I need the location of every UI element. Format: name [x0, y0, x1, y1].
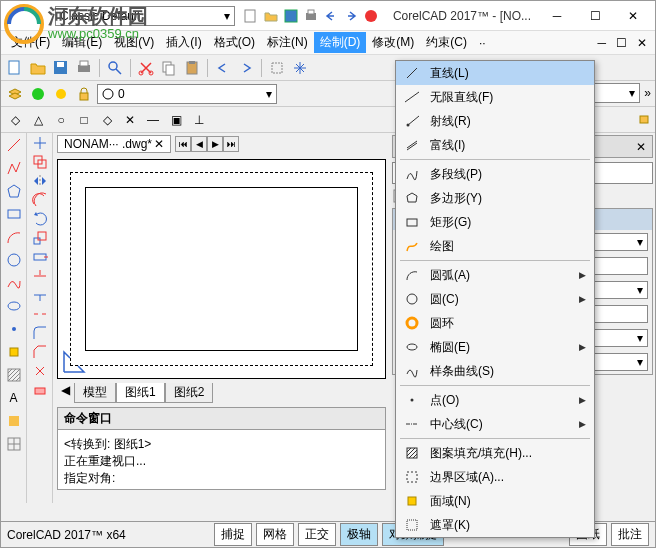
- tool-table-icon[interactable]: [4, 434, 24, 454]
- menu-draw[interactable]: 绘制(D): [314, 32, 367, 53]
- save-icon[interactable]: [283, 8, 299, 24]
- document-tab[interactable]: NONAM··· .dwg* ✕: [57, 135, 171, 153]
- tool-scale-icon[interactable]: [32, 230, 48, 246]
- undo-tb-icon[interactable]: [213, 58, 233, 78]
- select-icon[interactable]: [267, 58, 287, 78]
- command-body[interactable]: <转换到: 图纸1> 正在重建视口... 指定对角:: [57, 430, 386, 490]
- tab-first-icon[interactable]: ⏮: [175, 136, 191, 152]
- menu-item-mask[interactable]: 遮罩(K): [396, 513, 594, 537]
- snap-ins-icon[interactable]: ▣: [166, 110, 186, 130]
- menu-item-arc[interactable]: 圆弧(A)▶: [396, 263, 594, 287]
- tab-sheet1[interactable]: 图纸1: [116, 383, 165, 403]
- tool-rect-icon[interactable]: [4, 204, 24, 224]
- menu-item-rich[interactable]: 富线(I): [396, 133, 594, 157]
- layer-color-icon[interactable]: [28, 84, 48, 104]
- tool-erase-icon[interactable]: [32, 382, 48, 398]
- menu-item-hatch[interactable]: 图案填充/填充(H)...: [396, 441, 594, 465]
- tab-sheet2[interactable]: 图纸2: [165, 383, 214, 403]
- redo-tb-icon[interactable]: [236, 58, 256, 78]
- tool-text-icon[interactable]: A: [4, 388, 24, 408]
- tool-move-icon[interactable]: [32, 135, 48, 151]
- tool-copy-icon[interactable]: [32, 154, 48, 170]
- status-anno-btn[interactable]: 批注: [611, 523, 649, 546]
- menu-edit[interactable]: 编辑(E): [56, 32, 108, 53]
- maximize-button[interactable]: ☐: [577, 4, 613, 28]
- tool-rotate-icon[interactable]: [32, 211, 48, 227]
- linestyle-btn-icon[interactable]: »: [644, 86, 651, 100]
- tool-region-icon[interactable]: [4, 411, 24, 431]
- snap-center-icon[interactable]: ○: [51, 110, 71, 130]
- mdi-max-icon[interactable]: ☐: [612, 36, 631, 50]
- minimize-button[interactable]: ─: [539, 4, 575, 28]
- drawing-canvas[interactable]: [57, 159, 386, 379]
- menu-dimension[interactable]: 标注(N): [261, 32, 314, 53]
- layer-selector[interactable]: 0 ▾: [97, 84, 277, 104]
- menu-item-circle[interactable]: 圆(C)▶: [396, 287, 594, 311]
- status-snap[interactable]: 捕捉: [214, 523, 252, 546]
- tool-line-icon[interactable]: [4, 135, 24, 155]
- mdi-min-icon[interactable]: ─: [593, 36, 610, 50]
- layer-manager-icon[interactable]: [5, 84, 25, 104]
- menu-item-donut[interactable]: 圆环: [396, 311, 594, 335]
- menu-item-pline[interactable]: 多段线(P): [396, 162, 594, 186]
- menu-file[interactable]: 文件(F): [5, 32, 56, 53]
- tab-last-icon[interactable]: ⏭: [223, 136, 239, 152]
- status-polar[interactable]: 极轴: [340, 523, 378, 546]
- tool-break-icon[interactable]: [32, 306, 48, 322]
- tool-offset-icon[interactable]: [32, 192, 48, 208]
- tool-fillet-icon[interactable]: [32, 325, 48, 341]
- menu-item-line[interactable]: 直线(L): [396, 61, 594, 85]
- status-grid[interactable]: 网格: [256, 523, 294, 546]
- menu-item-xline[interactable]: 无限直线(F): [396, 85, 594, 109]
- preview-icon[interactable]: [105, 58, 125, 78]
- tool-polygon-icon[interactable]: [4, 181, 24, 201]
- tool-ellipse-icon[interactable]: [4, 296, 24, 316]
- tool-point-icon[interactable]: [4, 319, 24, 339]
- menu-item-sketch[interactable]: 绘图: [396, 234, 594, 258]
- menu-item-cline[interactable]: 中心线(C)▶: [396, 412, 594, 436]
- layer-lock-icon[interactable]: [74, 84, 94, 104]
- menu-item-spline[interactable]: 样条曲线(S): [396, 359, 594, 383]
- snap-mid-icon[interactable]: △: [28, 110, 48, 130]
- menu-item-point[interactable]: 点(O)▶: [396, 388, 594, 412]
- print-doc-icon[interactable]: [74, 58, 94, 78]
- layer-freeze-icon[interactable]: [51, 84, 71, 104]
- panel-close-icon[interactable]: ✕: [636, 140, 646, 154]
- tab-prev-icon[interactable]: ◀: [191, 136, 207, 152]
- menu-item-region[interactable]: 面域(N): [396, 489, 594, 513]
- menu-more[interactable]: ··: [473, 34, 492, 52]
- print-icon[interactable]: [303, 8, 319, 24]
- tool-arc-icon[interactable]: [4, 227, 24, 247]
- snap-perp-icon[interactable]: ⊥: [189, 110, 209, 130]
- tool-hatch-icon[interactable]: [4, 365, 24, 385]
- open-doc-icon[interactable]: [28, 58, 48, 78]
- tool-mirror-icon[interactable]: [32, 173, 48, 189]
- tool-trim-icon[interactable]: [32, 268, 48, 284]
- status-ortho[interactable]: 正交: [298, 523, 336, 546]
- tab-next-icon[interactable]: ▶: [207, 136, 223, 152]
- workspace-selector[interactable]: Classic Default ▾: [55, 6, 235, 26]
- undo-icon[interactable]: [323, 8, 339, 24]
- pan-icon[interactable]: [290, 58, 310, 78]
- menu-item-ellipse[interactable]: 椭圆(E)▶: [396, 335, 594, 359]
- mdi-close-icon[interactable]: ✕: [633, 36, 651, 50]
- menu-item-boundary[interactable]: 边界区域(A)...: [396, 465, 594, 489]
- snap-node-icon[interactable]: □: [74, 110, 94, 130]
- menu-constraint[interactable]: 约束(C): [420, 32, 473, 53]
- tool-pline-icon[interactable]: [4, 158, 24, 178]
- redo-icon[interactable]: [343, 8, 359, 24]
- menu-format[interactable]: 格式(O): [208, 32, 261, 53]
- close-button[interactable]: ✕: [615, 4, 651, 28]
- tool-chamfer-icon[interactable]: [32, 344, 48, 360]
- new-doc-icon[interactable]: [5, 58, 25, 78]
- tool-block-icon[interactable]: [4, 342, 24, 362]
- open-icon[interactable]: [263, 8, 279, 24]
- save-doc-icon[interactable]: [51, 58, 71, 78]
- copy-icon[interactable]: [159, 58, 179, 78]
- tool-extend-icon[interactable]: [32, 287, 48, 303]
- tool-stretch-icon[interactable]: [32, 249, 48, 265]
- snap-quad-icon[interactable]: ◇: [97, 110, 117, 130]
- snap-lock-icon[interactable]: [637, 110, 651, 124]
- tab-model[interactable]: 模型: [74, 383, 116, 403]
- cut-icon[interactable]: [136, 58, 156, 78]
